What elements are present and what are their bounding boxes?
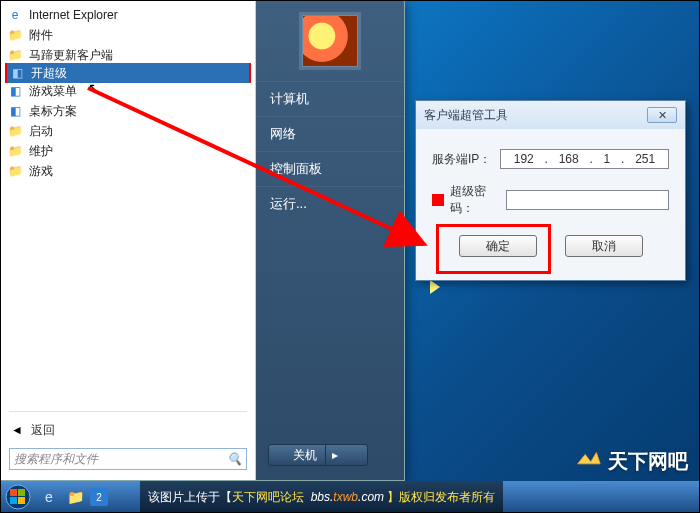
program-open-super[interactable]: ◧开超级 bbox=[5, 63, 251, 83]
super-password-input[interactable] bbox=[506, 190, 669, 210]
right-link-control-panel[interactable]: 控制面板 bbox=[256, 151, 404, 186]
back-arrow-icon: ◄ bbox=[11, 423, 23, 437]
password-label: 超级密码： bbox=[450, 183, 506, 217]
close-button[interactable]: ✕ bbox=[647, 107, 677, 123]
super-admin-dialog: 客户端超管工具 ✕ 服务端IP： 192. 168. 1. 251 超级密码： … bbox=[415, 100, 686, 281]
program-ie[interactable]: eInternet Explorer bbox=[1, 5, 255, 25]
program-desktop-icons[interactable]: ◧桌标方案 bbox=[1, 101, 255, 121]
start-menu-back[interactable]: ◄返回 bbox=[1, 418, 255, 442]
right-link-network[interactable]: 网络 bbox=[256, 116, 404, 151]
ip-label: 服务端IP： bbox=[432, 151, 500, 168]
program-accessories[interactable]: 📁附件 bbox=[1, 25, 255, 45]
taskbar-explorer-icon[interactable]: 📁 bbox=[64, 486, 86, 508]
start-orb[interactable] bbox=[0, 481, 36, 513]
windows-logo-icon bbox=[5, 484, 31, 510]
program-game-menu[interactable]: ◧游戏菜单 bbox=[1, 81, 255, 101]
svg-rect-2 bbox=[10, 489, 17, 496]
red-marker-icon bbox=[432, 194, 444, 206]
dialog-titlebar[interactable]: 客户端超管工具 ✕ bbox=[416, 101, 685, 129]
start-menu: eInternet Explorer 📁附件 📁马蹄更新客户端 ◧开超级 ◧游戏… bbox=[0, 0, 405, 481]
taskbar-ie-icon[interactable]: e bbox=[38, 486, 60, 508]
taskbar-app-icon[interactable]: 2 bbox=[90, 488, 108, 506]
right-link-computer[interactable]: 计算机 bbox=[256, 81, 404, 116]
search-icon: 🔍 bbox=[227, 452, 242, 466]
folder-icon: 📁 bbox=[7, 27, 23, 43]
chevron-right-icon[interactable]: ▸ bbox=[325, 445, 343, 465]
folder-icon: 📁 bbox=[7, 123, 23, 139]
right-link-run[interactable]: 运行... bbox=[256, 186, 404, 221]
cancel-button[interactable]: 取消 bbox=[565, 235, 643, 257]
folder-icon: 📁 bbox=[7, 47, 23, 63]
brand-watermark: 天下网吧 bbox=[574, 447, 688, 475]
program-games[interactable]: 📁游戏 bbox=[1, 161, 255, 181]
upload-watermark: 该图片上传于【 天下网吧论坛 bbs.txwb.com 】版权归发布者所有 bbox=[140, 481, 503, 513]
close-icon: ✕ bbox=[658, 109, 667, 122]
brand-logo-icon bbox=[574, 447, 602, 475]
program-update-client[interactable]: 📁马蹄更新客户端 bbox=[1, 45, 255, 65]
folder-icon: 📁 bbox=[7, 143, 23, 159]
program-startup[interactable]: 📁启动 bbox=[1, 121, 255, 141]
ok-button[interactable]: 确定 bbox=[459, 235, 537, 257]
app-icon: ◧ bbox=[7, 83, 23, 99]
folder-icon: 📁 bbox=[7, 163, 23, 179]
dialog-title-text: 客户端超管工具 bbox=[424, 107, 508, 124]
start-menu-search[interactable]: 搜索程序和文件🔍 bbox=[9, 448, 247, 470]
svg-rect-3 bbox=[18, 489, 25, 496]
svg-rect-4 bbox=[10, 497, 17, 504]
program-maintenance[interactable]: 📁维护 bbox=[1, 141, 255, 161]
shutdown-button[interactable]: 关机▸ bbox=[268, 444, 368, 466]
server-ip-input[interactable]: 192. 168. 1. 251 bbox=[500, 149, 669, 169]
app-icon: ◧ bbox=[9, 65, 25, 81]
start-menu-program-list: eInternet Explorer 📁附件 📁马蹄更新客户端 ◧开超级 ◧游戏… bbox=[1, 1, 255, 405]
user-avatar[interactable] bbox=[302, 15, 358, 67]
svg-rect-5 bbox=[18, 497, 25, 504]
app-icon: ◧ bbox=[7, 103, 23, 119]
ie-icon: e bbox=[7, 7, 23, 23]
